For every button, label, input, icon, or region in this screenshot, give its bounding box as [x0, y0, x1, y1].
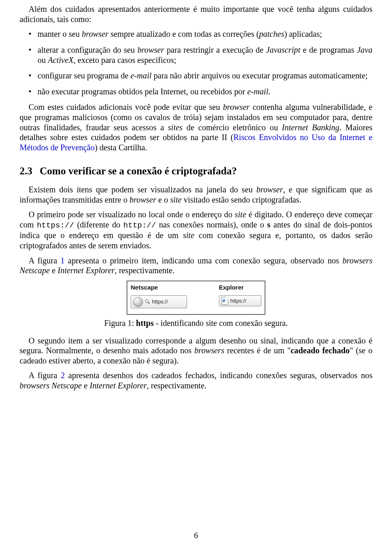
italic-text: browser [223, 103, 249, 111]
figure-1: Netscape https:// Explorer https:// [127, 281, 265, 315]
text: (diferente do [74, 220, 123, 229]
text: manter o seu [38, 29, 82, 38]
figure-frame: Netscape https:// Explorer https:// [127, 281, 265, 315]
paragraph: A figura 2 apresenta desenhos dos cadead… [20, 370, 372, 390]
paragraph: O segundo item a ser visualizado corresp… [20, 336, 372, 366]
italic-text: Internet Explorer [89, 381, 147, 390]
text: Além dos cuidados apresentados anteriorm… [20, 4, 372, 24]
text: recentes é de um " [224, 346, 290, 355]
code-text: https:// [37, 221, 74, 230]
explorer-label: Explorer [219, 284, 261, 291]
italic-text: Javascript [266, 45, 300, 54]
url-text: https:// [152, 299, 168, 305]
text: O primeiro pode ser visualizado no local… [29, 210, 235, 219]
text: A figura [29, 256, 60, 265]
text: nas conexões normais), onde o [156, 220, 267, 229]
bold-text: https [136, 319, 154, 328]
intro-paragraph: Além dos cuidados apresentados anteriorm… [20, 4, 372, 24]
italic-text: patches [259, 29, 284, 38]
list-item: alterar a configuração do seu browser pa… [38, 45, 372, 65]
netscape-label: Netscape [131, 284, 187, 291]
care-list: manter o seu browser sempre atualizado e… [20, 29, 372, 96]
italic-text: site [170, 195, 182, 204]
document-page: Além dos cuidados apresentados anteriorm… [0, 0, 392, 555]
italic-text: e-mail [247, 87, 268, 96]
text: apresenta desenhos dos cadeados fechados… [65, 371, 372, 380]
text: . [268, 87, 270, 96]
text: e [82, 381, 89, 390]
list-item: não executar programas obtidos pela Inte… [38, 87, 372, 97]
italic-text: site [235, 210, 246, 219]
netscape-column: Netscape https:// [131, 284, 187, 308]
text: ) desta Cartilha. [95, 143, 147, 152]
explorer-addressbar: https:// [219, 295, 261, 306]
text: para não abrir arquivos ou executar prog… [151, 71, 368, 80]
text: alterar a configuração do seu [38, 45, 137, 54]
italic-text: Internet Explorer [58, 266, 115, 275]
figure-2-link[interactable]: 2 [61, 371, 65, 380]
text: e de programas [301, 45, 357, 54]
italic-text: Java [357, 45, 372, 54]
back-button-icon [133, 297, 143, 307]
text: e [50, 266, 58, 275]
bold-text: s [267, 220, 270, 229]
section-number: 2.3 [20, 165, 32, 176]
italic-text: Internet Banking [282, 123, 339, 132]
italic-text: site [183, 231, 194, 240]
italic-text: browser [129, 195, 156, 204]
italic-text: browsers [194, 346, 224, 355]
figure-row: Netscape https:// Explorer https:// [131, 284, 261, 308]
italic-text: ActiveX [48, 56, 74, 65]
code-text: http:// [123, 221, 156, 230]
paragraph: O primeiro pode ser visualizado no local… [20, 210, 372, 250]
search-icon [145, 299, 150, 304]
italic-text: sites [168, 123, 183, 132]
text: ou [38, 56, 48, 65]
text: Existem dois ítens que podem ser visuali… [29, 185, 256, 194]
text: , respectivamente. [115, 266, 174, 275]
text: , exceto para casos específicos; [74, 56, 176, 65]
section-heading: 2.3Como verificar se a conexão é criptog… [20, 165, 372, 178]
text: sempre atualizado e com todas as correçõ… [109, 29, 259, 38]
text: e o [156, 195, 170, 204]
text: de comércio eletrônico ou [183, 123, 282, 132]
list-item: manter o seu browser sempre atualizado e… [38, 29, 372, 39]
text: Com estes cuidados adicionais você pode … [29, 103, 223, 111]
italic-text: browsers Netscape [20, 381, 82, 390]
italic-text: e-mail [131, 71, 152, 80]
text: - identificando site com conexão segura. [154, 319, 287, 328]
url-text: https:// [230, 298, 246, 304]
figure-caption: Figura 1: https - identificando site com… [20, 318, 372, 328]
explorer-column: Explorer https:// [219, 284, 261, 306]
text: A figura [29, 371, 61, 380]
page-number: 6 [0, 530, 392, 540]
paragraph: A figura 1 apresenta o primeiro item, in… [20, 256, 372, 276]
italic-text: browser [137, 45, 164, 54]
text: ) aplicadas; [284, 29, 322, 38]
netscape-addressbar: https:// [131, 295, 187, 308]
italic-text: browser [82, 29, 108, 38]
italic-text: browser [256, 185, 283, 194]
figure-1-link[interactable]: 1 [60, 256, 65, 265]
paragraph: Com estes cuidados adicionais você pode … [20, 102, 372, 152]
text: para restringir a execução de [164, 45, 266, 54]
text: Figura 1: [104, 319, 136, 328]
text: visitado estão sendo criptografadas. [182, 195, 301, 204]
ie-page-icon [221, 297, 228, 305]
paragraph: Existem dois ítens que podem ser visuali… [20, 185, 372, 205]
text: apresenta o primeiro item, indicando uma… [65, 256, 343, 265]
bold-text: cadeado fechado [291, 346, 350, 355]
section-title: Como verificar se a conexão é criptograf… [40, 165, 237, 176]
list-item: configurar seu programa de e-mail para n… [38, 71, 372, 81]
text: configurar seu programa de [38, 71, 131, 80]
text: não executar programas obtidos pela Inte… [38, 87, 247, 96]
text: , respectivamente. [147, 381, 206, 390]
